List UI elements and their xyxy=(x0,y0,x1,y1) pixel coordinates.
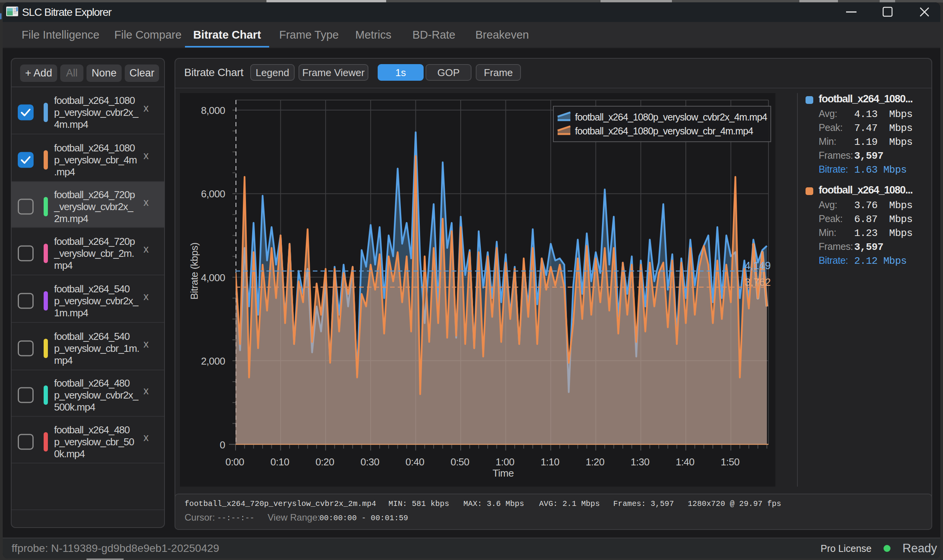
svg-text:0: 0 xyxy=(220,439,225,451)
svg-text:Time: Time xyxy=(493,467,514,479)
svg-text:0:50: 0:50 xyxy=(451,456,470,468)
svg-text:0:10: 0:10 xyxy=(270,456,289,468)
svg-text:4,000: 4,000 xyxy=(201,272,225,283)
svg-text:4,149: 4,149 xyxy=(745,260,771,272)
svg-text:0:30: 0:30 xyxy=(360,456,379,468)
svg-text:3,762: 3,762 xyxy=(745,277,771,288)
svg-text:1:20: 1:20 xyxy=(585,456,604,468)
svg-text:1:50: 1:50 xyxy=(721,456,739,468)
svg-text:football_x264_1080p_veryslow_c: football_x264_1080p_veryslow_cvbr2x_4m.m… xyxy=(575,112,767,122)
svg-text:1:10: 1:10 xyxy=(541,456,560,468)
svg-text:6,000: 6,000 xyxy=(201,188,225,200)
svg-text:0:20: 0:20 xyxy=(315,456,334,468)
svg-text:football_x264_1080p_veryslow_c: football_x264_1080p_veryslow_cbr_4m.mp4 xyxy=(575,126,753,136)
svg-text:0:00: 0:00 xyxy=(226,456,244,468)
svg-text:1:30: 1:30 xyxy=(631,456,650,468)
svg-text:2,000: 2,000 xyxy=(201,355,225,367)
svg-text:1:40: 1:40 xyxy=(676,456,695,468)
svg-text:8,000: 8,000 xyxy=(201,105,225,116)
svg-text:Bitrate (kbps): Bitrate (kbps) xyxy=(188,243,200,300)
svg-text:0:40: 0:40 xyxy=(405,456,424,468)
svg-text:1:00: 1:00 xyxy=(495,456,514,468)
